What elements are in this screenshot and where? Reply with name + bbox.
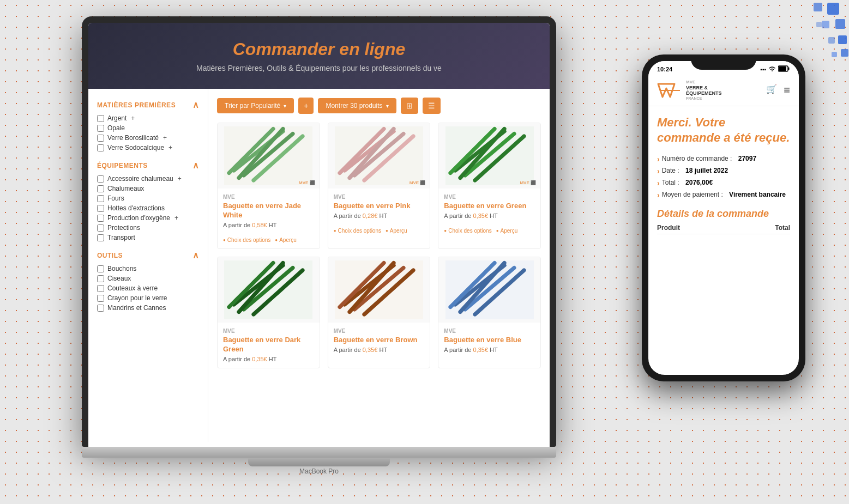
iphone-content: Merci. Votre commande a été reçue. Numér… <box>648 106 799 374</box>
checkbox-production[interactable] <box>97 215 104 222</box>
product-actions: Choix des options Aperçu <box>438 224 540 239</box>
price-value: 0,28€ <box>363 212 378 219</box>
preview-link[interactable]: Aperçu <box>496 228 518 234</box>
sort-button[interactable]: Trier par Popularité ▾ <box>217 98 294 113</box>
product-info: MVE Baguette en verre Jade White A parti… <box>218 189 320 234</box>
sidebar-section-label: ÉQUIPEMENTS <box>97 162 148 169</box>
order-date-value: 18 juillet 2022 <box>685 167 728 175</box>
sidebar-item-crayon[interactable]: Crayon pour le verre <box>97 294 199 302</box>
sidebar-section-title-equipements[interactable]: ÉQUIPEMENTS ∧ <box>97 160 199 171</box>
product-brand: MVE <box>223 194 314 200</box>
macbook-content: Commander en ligne Matières Premières, O… <box>88 23 550 447</box>
menu-icon[interactable]: ≡ <box>784 84 790 96</box>
sidebar-section-equipements: ÉQUIPEMENTS ∧ Accessoire chalumeau + Cha… <box>97 160 199 241</box>
svg-rect-7 <box>841 49 848 57</box>
checkbox-verre-sodo[interactable] <box>97 144 104 151</box>
sidebar-item-label: Fours <box>107 195 124 202</box>
preview-link[interactable]: Aperçu <box>386 228 407 234</box>
sidebar-item-verre-sodo[interactable]: Verre Sodocalcique + <box>97 144 199 151</box>
price-value: 0,35€ <box>473 212 489 219</box>
chevron-up-icon: ∧ <box>192 160 200 171</box>
checkbox-transport[interactable] <box>97 234 104 241</box>
sidebar-item-label: Protections <box>107 224 140 232</box>
order-details-title: Détails de la commande <box>657 208 790 220</box>
order-confirmation-title: Merci. Votre commande a été reçue. <box>657 115 790 146</box>
filter-add-button[interactable]: + <box>298 98 314 114</box>
show-products-button[interactable]: Montrer 30 produits ▾ <box>318 98 396 113</box>
product-info: MVE Baguette en verre Blue A partir de 0… <box>438 323 540 359</box>
sidebar-item-accessoire[interactable]: Accessoire chalumeau + <box>97 175 199 183</box>
checkbox-hottes[interactable] <box>97 205 104 212</box>
sidebar-item-chalumeaux[interactable]: Chalumeaux <box>97 185 199 192</box>
sidebar-item-fours[interactable]: Fours <box>97 195 199 202</box>
checkbox-argent[interactable] <box>97 115 104 122</box>
checkbox-chalumeaux[interactable] <box>97 185 104 192</box>
checkbox-couteaux[interactable] <box>97 285 104 292</box>
checkbox-crayon[interactable] <box>97 295 104 302</box>
choose-options-link[interactable]: Choix des options <box>334 228 381 234</box>
price-value: 0,35€ <box>363 347 378 353</box>
cart-icon[interactable]: 🛒 <box>766 84 777 96</box>
sidebar-item-couteaux[interactable]: Couteaux à verre <box>97 284 199 292</box>
logo-line-2: VERRE & <box>686 85 722 91</box>
checkbox-opale[interactable] <box>97 125 104 132</box>
plus-icon: + <box>131 114 135 122</box>
iphone-notch <box>691 54 756 70</box>
list-view-button[interactable]: ☰ <box>423 98 441 114</box>
sidebar-item-opale[interactable]: Opale <box>97 124 199 132</box>
sidebar-item-verre-boro[interactable]: Verre Borosilicaté + <box>97 134 199 142</box>
product-price: A partir de 0,35€ HT <box>223 356 314 362</box>
status-icons: ▪▪▪ <box>760 65 790 73</box>
checkbox-mandrins[interactable] <box>97 305 104 312</box>
product-name: Baguette en verre Pink <box>334 202 425 211</box>
sidebar-item-argent[interactable]: Argent + <box>97 114 199 122</box>
chevron-up-icon: ∧ <box>192 100 200 110</box>
payment-method: Moyen de paiement : Virement bancaire <box>657 191 790 199</box>
order-date-label: Date : <box>662 167 679 175</box>
product-name: Baguette en verre Jade White <box>223 202 314 220</box>
grid-view-button[interactable]: ⊞ <box>401 98 418 114</box>
product-watermark: MVE ⬛ <box>520 180 536 185</box>
plus-icon: + <box>178 175 182 183</box>
checkbox-bouchons[interactable] <box>97 265 104 272</box>
product-price: A partir de 0,58€ HT <box>223 222 314 228</box>
sidebar-section-title-matieres[interactable]: MATIÈRES PREMIÈRES ∧ <box>97 100 199 110</box>
sidebar-item-ciseaux[interactable]: Ciseaux <box>97 275 199 282</box>
checkbox-verre-boro[interactable] <box>97 135 104 142</box>
product-name: Baguette en verre Brown <box>334 336 425 345</box>
product-card: MVE ⬛ MVE Baguette en verre Jade White A… <box>217 123 320 249</box>
status-time: 10:24 <box>657 66 672 72</box>
choose-options-link[interactable]: Choix des options <box>223 237 270 243</box>
table-total-label: Total <box>775 224 790 232</box>
product-price: A partir de 0,35€ HT <box>334 347 425 353</box>
sidebar-item-production[interactable]: Production d'oxygène + <box>97 214 199 222</box>
sidebar-item-hottes[interactable]: Hottes d'extractions <box>97 204 199 212</box>
choose-options-link[interactable]: Choix des options <box>444 228 491 234</box>
sidebar-item-mandrins[interactable]: Mandrins et Cannes <box>97 304 199 312</box>
product-image: MVE ⬛ <box>328 123 430 189</box>
iphone-screen: 10:24 ▪▪▪ <box>648 61 799 375</box>
checkbox-accessoire[interactable] <box>97 175 104 183</box>
toolbar: Trier par Popularité ▾ + Montrer 30 prod… <box>217 98 541 114</box>
checkbox-fours[interactable] <box>97 195 104 202</box>
checkbox-ciseaux[interactable] <box>97 275 104 282</box>
logo-icon <box>657 82 682 99</box>
product-price: A partir de 0,35€ HT <box>444 347 535 353</box>
checkbox-protections[interactable] <box>97 224 104 232</box>
dropdown-arrow-icon: ▾ <box>284 103 286 109</box>
show-label: Montrer 30 produits <box>326 102 382 110</box>
sidebar-item-transport[interactable]: Transport <box>97 234 199 241</box>
sidebar-item-bouchons[interactable]: Bouchons <box>97 265 199 272</box>
sidebar-section-title-outils[interactable]: OUTILS ∧ <box>97 250 199 260</box>
product-name: Baguette en verre Blue <box>444 336 535 345</box>
payment-value: Virement bancaire <box>729 191 786 199</box>
product-name: Baguette en verre Dark Green <box>223 336 314 354</box>
product-card: MVE Baguette en verre Dark Green A parti… <box>217 257 320 368</box>
signal-icon: ▪▪▪ <box>760 66 766 72</box>
sidebar-section-outils: OUTILS ∧ Bouchons Ciseaux <box>97 250 199 312</box>
preview-link[interactable]: Aperçu <box>275 237 297 243</box>
sidebar-item-protections[interactable]: Protections <box>97 224 199 232</box>
logo-text: MVE VERRE & ÉQUIPEMENTS FRANCE <box>686 80 722 101</box>
product-brand: MVE <box>444 194 535 200</box>
price-value: 0,35€ <box>473 347 489 353</box>
